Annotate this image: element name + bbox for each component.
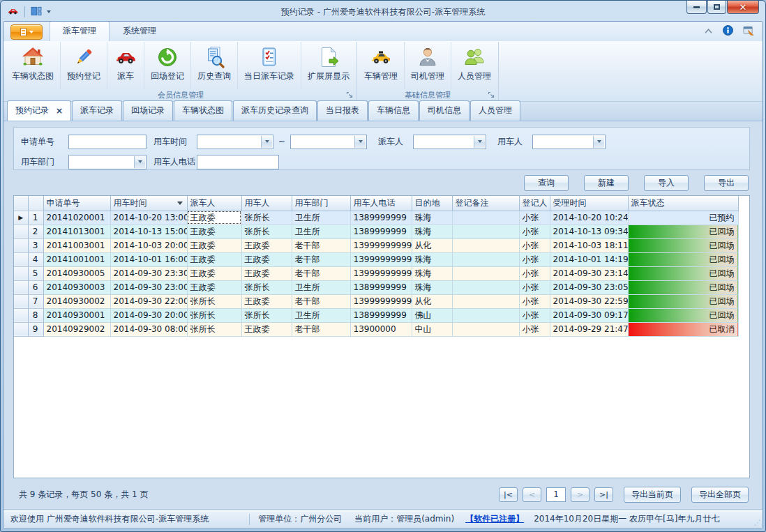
table-row[interactable]: 3201410030012014-10-03 20:00王政委王政委老干部139… (14, 238, 738, 252)
grid-cell[interactable]: 13900000 (350, 322, 412, 336)
table-row[interactable]: 8201409300012014-09-30 20:00张所长张所长卫生所138… (14, 308, 738, 322)
export-button[interactable]: 导出 (704, 175, 749, 191)
request-no-input[interactable] (68, 135, 147, 149)
grid-cell[interactable] (452, 252, 519, 266)
grid-cell[interactable]: 珠海 (412, 211, 452, 225)
dispatch-status-cell[interactable]: 已回场 (628, 225, 738, 238)
chevron-down-icon[interactable] (134, 156, 145, 168)
doc-tab-1[interactable]: 派车记录 (72, 100, 122, 121)
grid-cell[interactable]: 小张 (519, 225, 550, 238)
grid-cell[interactable]: 13999999999 (350, 252, 412, 266)
grid-cell[interactable] (452, 322, 519, 336)
license-link[interactable]: 【软件已注册】 (465, 513, 524, 525)
grid-cell[interactable]: 佛山 (412, 308, 452, 322)
grid-cell[interactable]: 老干部 (292, 294, 350, 308)
grid-cell[interactable]: 2014-09-30 23:30 (110, 266, 187, 280)
grid-cell[interactable]: 20141013001 (43, 225, 110, 238)
grid-cell[interactable]: 卫生所 (292, 280, 350, 294)
chevron-down-icon[interactable] (47, 10, 51, 13)
dispatch-status-cell[interactable]: 已回场 (628, 266, 738, 280)
dispatch-status-cell[interactable]: 已回场 (628, 280, 738, 294)
grid-cell[interactable]: 珠海 (412, 266, 452, 280)
grid-cell[interactable]: 2014-10-13 09:34 (550, 225, 628, 238)
grid-cell[interactable]: 卫生所 (292, 211, 350, 225)
grid-cell[interactable]: 2014-09-29 21:47 (550, 322, 628, 336)
grid-cell[interactable]: 王政委 (187, 266, 241, 280)
prev-page-button[interactable]: < (523, 487, 541, 502)
next-page-button[interactable]: > (571, 487, 589, 502)
grid-cell[interactable]: 小张 (519, 280, 550, 294)
close-button[interactable]: ✕ (727, 1, 759, 14)
grid-cell[interactable]: 2014-10-20 13:00 (110, 211, 187, 225)
doc-tab-7[interactable]: 司机信息 (419, 100, 470, 121)
ribbon-button-history-query[interactable]: 历史查询 (190, 42, 237, 89)
grid-cell[interactable]: 2014-10-03 20:00 (110, 238, 187, 252)
dialog-launcher-icon[interactable] (346, 91, 354, 99)
grid-cell[interactable] (452, 308, 519, 322)
grid-cell[interactable]: 13999999999 (350, 294, 412, 308)
column-header[interactable]: 用车部门 (292, 196, 350, 211)
grid-cell[interactable]: 小张 (519, 322, 550, 336)
grid-cell[interactable]: 2014-09-30 22:59 (550, 294, 628, 308)
grid-cell[interactable] (452, 294, 519, 308)
column-header[interactable]: 目的地 (412, 196, 452, 211)
grid-cell[interactable]: 小张 (519, 238, 550, 252)
grid-cell[interactable]: 王政委 (187, 280, 241, 294)
grid-cell[interactable]: 20140929002 (43, 322, 110, 336)
grid-cell[interactable]: 从化 (412, 238, 452, 252)
grid-cell[interactable]: 20141020001 (43, 211, 110, 225)
column-header[interactable]: 用车人 (241, 196, 292, 211)
dispatcher-combo[interactable] (413, 135, 486, 149)
ribbon-button-reservation-register[interactable]: 预约登记 (60, 42, 107, 89)
grid-cell[interactable]: 老干部 (292, 266, 350, 280)
doc-tab-0[interactable]: 预约记录× (7, 100, 71, 121)
grid-cell[interactable]: 2014-10-01 16:00 (110, 252, 187, 266)
grid-cell[interactable]: 20140930005 (43, 266, 110, 280)
doc-tab-3[interactable]: 车辆状态图 (174, 100, 232, 121)
grid-cell[interactable]: 1389999999 (350, 211, 412, 225)
table-row[interactable]: 9201409290022014-09-30 08:00张所长王政委老干部139… (14, 322, 738, 336)
dispatch-status-cell[interactable]: 已预约 (628, 211, 738, 225)
maximize-button[interactable] (707, 1, 726, 14)
column-header[interactable]: 登记备注 (452, 196, 519, 211)
grid-cell[interactable]: 2014-10-01 14:19 (550, 252, 628, 266)
grid-cell[interactable]: 老干部 (292, 322, 350, 336)
chevron-down-icon[interactable] (354, 136, 366, 148)
column-header[interactable]: 受理时间 (550, 196, 628, 211)
grid-cell[interactable]: 1389999999 (350, 225, 412, 238)
grid-cell[interactable]: 2014-09-30 23:14 (550, 266, 628, 280)
grid-cell[interactable]: 2014-10-13 15:00 (110, 225, 187, 238)
doc-tab-6[interactable]: 车辆信息 (368, 100, 419, 121)
table-row[interactable]: 7201409300022014-09-30 22:00张所长王政委老干部139… (14, 294, 738, 308)
page-number-input[interactable]: 1 (546, 487, 566, 502)
grid-cell[interactable]: 张所长 (241, 211, 292, 225)
ribbon-button-driver-management[interactable]: 司机管理 (404, 42, 451, 89)
ribbon-button-today-dispatch-records[interactable]: 当日派车记录 (237, 42, 301, 89)
grid-cell[interactable]: 13999999999 (350, 266, 412, 280)
column-header[interactable]: 派车人 (187, 196, 241, 211)
grid-cell[interactable]: 卫生所 (292, 308, 350, 322)
ribbon-button-extended-screen[interactable]: 扩展屏显示 (301, 42, 356, 89)
close-tab-icon[interactable]: × (56, 107, 63, 115)
info-icon[interactable] (723, 25, 733, 38)
dispatch-status-cell[interactable]: 已回场 (628, 308, 738, 322)
application-menu-button[interactable] (10, 24, 43, 40)
ribbon-tab-1[interactable]: 系统管理 (110, 21, 170, 41)
grid-cell[interactable]: 王政委 (187, 225, 241, 238)
grid-cell[interactable]: 20141001001 (43, 252, 110, 266)
grid-cell[interactable]: 1389999999 (350, 280, 412, 294)
grid-cell[interactable]: 珠海 (412, 280, 452, 294)
grid-cell[interactable]: 小张 (519, 266, 550, 280)
table-row[interactable]: 2201410130012014-10-13 15:00王政委张所长卫生所138… (14, 225, 738, 238)
grid-cell[interactable]: 小张 (519, 211, 550, 225)
dispatch-status-cell[interactable]: 已回场 (628, 294, 738, 308)
collapse-ribbon-icon[interactable] (704, 26, 713, 36)
grid-cell[interactable]: 王政委 (241, 238, 292, 252)
dispatch-status-cell[interactable]: 已回场 (628, 238, 738, 252)
table-row[interactable]: 5201409300052014-09-30 23:30王政委王政委老干部139… (14, 266, 738, 280)
column-header[interactable]: 用车时间 (110, 196, 187, 211)
last-page-button[interactable]: >| (594, 487, 613, 502)
minimize-button[interactable] (686, 1, 707, 14)
import-button[interactable]: 导入 (644, 175, 689, 191)
table-row[interactable]: ▶1201410200012014-10-20 13:00王政委张所长卫生所13… (14, 211, 738, 225)
